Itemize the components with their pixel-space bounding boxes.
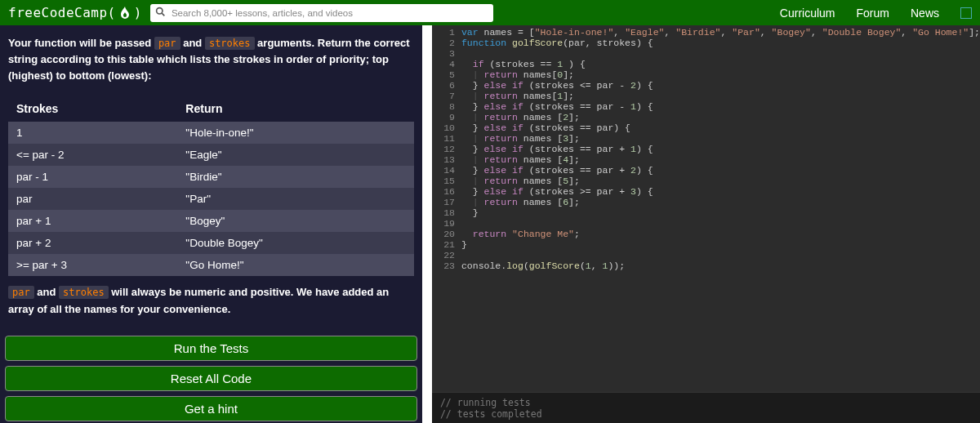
nav-news[interactable]: News: [911, 7, 939, 20]
table-cell: "Bogey": [177, 210, 414, 232]
code-line[interactable]: 5 | return names[0];: [432, 69, 980, 80]
instructions-panel[interactable]: Your function will be passed par and str…: [0, 25, 422, 423]
table-cell: "Double Bogey": [177, 232, 414, 254]
console-output: // running tests // tests completed: [432, 392, 980, 423]
code-line[interactable]: 7 | return names[1];: [432, 91, 980, 101]
table-row: par + 2"Double Bogey": [8, 232, 414, 254]
code-line[interactable]: 3: [432, 48, 980, 59]
table-header-return: Return: [177, 96, 414, 122]
code-line[interactable]: 12 } else if (strokes == par + 1) {: [432, 144, 980, 154]
search-wrap: [150, 4, 493, 22]
code-line[interactable]: 16 } else if (strokes >= par + 3) {: [432, 186, 980, 197]
line-number: 2: [432, 38, 461, 48]
line-number: 9: [432, 112, 461, 122]
code-token-strokes: strokes: [59, 286, 109, 299]
line-number: 13: [432, 154, 461, 165]
line-number: 3: [432, 48, 461, 59]
code-token-par: par: [154, 37, 180, 50]
pane-divider[interactable]: [422, 25, 432, 423]
code-line[interactable]: 22: [432, 250, 980, 260]
line-number: 18: [432, 207, 461, 218]
code-line[interactable]: 20 return "Change Me";: [432, 229, 980, 239]
table-row: par + 1"Bogey": [8, 210, 414, 232]
line-number: 20: [432, 229, 461, 239]
svg-point-0: [157, 7, 163, 13]
logo[interactable]: freeCodeCamp( ): [8, 5, 142, 20]
line-number: 11: [432, 133, 461, 144]
code-line[interactable]: 19: [432, 218, 980, 229]
search-input[interactable]: [150, 4, 493, 22]
table-row: <= par - 2"Eagle": [8, 144, 414, 166]
console-line: // running tests: [440, 397, 972, 408]
code-editor[interactable]: 1var names = ["Hole-in-one!", "Eagle", "…: [432, 25, 980, 392]
table-cell: par + 2: [8, 232, 177, 254]
line-number: 7: [432, 91, 461, 101]
code-line[interactable]: 8 } else if (strokes == par - 1) {: [432, 101, 980, 112]
table-cell: par: [8, 188, 177, 210]
code-line[interactable]: 17 | return names [6];: [432, 197, 980, 207]
code-line[interactable]: 9 | return names [2];: [432, 112, 980, 122]
code-line[interactable]: 21}: [432, 239, 980, 250]
line-number: 8: [432, 101, 461, 112]
line-number: 22: [432, 250, 461, 260]
line-number: 14: [432, 165, 461, 176]
nav-forum[interactable]: Forum: [857, 7, 889, 20]
nav-links: Curriculum Forum News: [780, 7, 972, 20]
code-token-par: par: [8, 286, 34, 299]
run-tests-button[interactable]: Run the Tests: [5, 336, 417, 361]
table-cell: "Eagle": [177, 144, 414, 166]
table-row: >= par + 3"Go Home!": [8, 254, 414, 276]
line-number: 6: [432, 80, 461, 91]
code-line[interactable]: 6 } else if (strokes <= par - 2) {: [432, 80, 980, 91]
line-number: 16: [432, 186, 461, 197]
logo-text: freeCodeCamp(: [8, 5, 116, 20]
search-icon: [155, 7, 166, 20]
line-number: 21: [432, 239, 461, 250]
logo-text-end: ): [134, 5, 142, 20]
table-cell: "Hole-in-one!": [177, 122, 414, 144]
line-number: 17: [432, 197, 461, 207]
svg-line-1: [162, 13, 164, 16]
line-number: 5: [432, 69, 461, 80]
line-number: 12: [432, 144, 461, 154]
table-cell: 1: [8, 122, 177, 144]
line-number: 15: [432, 176, 461, 186]
strokes-table: Strokes Return 1"Hole-in-one!"<= par - 2…: [8, 96, 414, 276]
instructions-para-2: par and strokes will always be numeric a…: [8, 284, 414, 317]
table-cell: "Birdie": [177, 166, 414, 188]
reset-code-button[interactable]: Reset All Code: [5, 366, 417, 391]
table-cell: par + 1: [8, 210, 177, 232]
code-line[interactable]: 2function golfScore(par, strokes) {: [432, 38, 980, 48]
table-row: par"Par": [8, 188, 414, 210]
instructions-para-1: Your function will be passed par and str…: [8, 35, 414, 84]
line-number: 23: [432, 260, 461, 271]
code-line[interactable]: 4 if (strokes == 1 ) {: [432, 59, 980, 69]
table-cell: par - 1: [8, 166, 177, 188]
line-number: 19: [432, 218, 461, 229]
table-row: par - 1"Birdie": [8, 166, 414, 188]
code-line[interactable]: 13 | return names [4];: [432, 154, 980, 165]
table-header-strokes: Strokes: [8, 96, 177, 122]
code-line[interactable]: 23console.log(golfScore(1, 1));: [432, 260, 980, 271]
line-number: 4: [432, 59, 461, 69]
top-navbar: freeCodeCamp( ) Curriculum Forum News: [0, 0, 980, 25]
code-line[interactable]: 18 }: [432, 207, 980, 218]
code-panel: 1var names = ["Hole-in-one!", "Eagle", "…: [432, 25, 980, 423]
code-line[interactable]: 15 | return names [5];: [432, 176, 980, 186]
nav-curriculum[interactable]: Curriculum: [780, 7, 835, 20]
get-hint-button[interactable]: Get a hint: [5, 396, 417, 421]
code-line[interactable]: 11 | return names [3];: [432, 133, 980, 144]
console-line: // tests completed: [440, 408, 972, 420]
table-row: 1"Hole-in-one!": [8, 122, 414, 144]
table-cell: >= par + 3: [8, 254, 177, 276]
fire-icon: [119, 7, 131, 20]
table-cell: "Go Home!": [177, 254, 414, 276]
code-line[interactable]: 10 } else if (strokes == par) {: [432, 122, 980, 133]
line-number: 1: [432, 27, 461, 38]
broken-image-icon[interactable]: [960, 7, 972, 19]
code-line[interactable]: 1var names = ["Hole-in-one!", "Eagle", "…: [432, 27, 980, 38]
code-token-strokes: strokes: [205, 37, 255, 50]
table-cell: "Par": [177, 188, 414, 210]
table-cell: <= par - 2: [8, 144, 177, 166]
code-line[interactable]: 14 } else if (strokes == par + 2) {: [432, 165, 980, 176]
